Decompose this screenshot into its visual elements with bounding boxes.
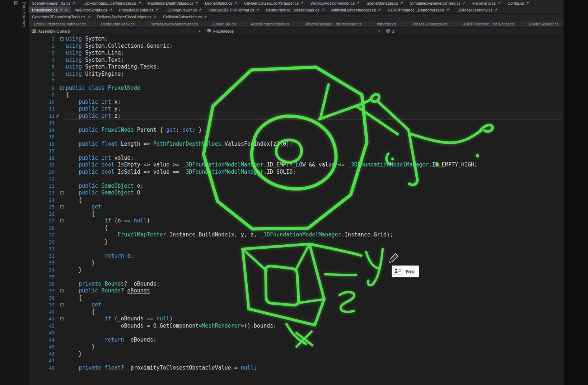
code-line-17[interactable]: 17 xyxy=(29,147,564,155)
tab-fruxelnode-cs[interactable]: FruxelNode.cs× xyxy=(29,6,71,13)
tab--3dfoundatio-delmanager-cs[interactable]: _3DFoundatio...delManager.cs xyxy=(79,0,145,6)
code-line-23[interactable]: 23 public GameObject O xyxy=(29,189,564,197)
code-line-11[interactable]: 11 public int y; xyxy=(29,105,564,113)
code-line-16[interactable]: 16 public float Length => PathfinderDept… xyxy=(29,141,564,148)
tab-envirosky-cs[interactable]: EnviroSky.cs xyxy=(212,20,237,27)
code-line-33[interactable]: 33 } xyxy=(29,259,564,267)
type-dropdown[interactable]: FruxelNode ▾ xyxy=(204,28,383,34)
code-text: public int value; xyxy=(66,155,564,162)
code-line-35[interactable]: 35 xyxy=(29,273,564,281)
code-line-15[interactable]: 15 xyxy=(29,133,564,141)
tab-onesec3d-fileformat-cs[interactable]: OneSec3D_FileFormat.cs xyxy=(205,6,263,13)
code-line-30[interactable]: 30 } xyxy=(29,239,564,246)
code-line-45[interactable]: 45 } xyxy=(29,343,564,351)
code-line-5[interactable]: 5using System.Threading.Tasks; xyxy=(29,64,564,71)
tab-deliverysurfaceclasshelper-cs[interactable]: DeliverySurfaceClassHelper.cs xyxy=(94,14,160,20)
code-line-48[interactable]: 48 private float? _proximityToClosestObs… xyxy=(29,365,564,372)
tab-scenemanager-cs[interactable]: SceneManager.cs xyxy=(363,0,407,6)
tab-label: FencesGenerator.cs xyxy=(411,22,447,26)
code-line-37[interactable]: 37 public Bounds? oBounds xyxy=(29,287,564,295)
tab-hdrppostproc-randomizer-cs[interactable]: HDRPPostproc...Randomizer.cs xyxy=(384,6,453,13)
code-line-4[interactable]: 4using System.Text; xyxy=(29,57,564,64)
tab-enviroskymgr-cs[interactable]: EnviroSkyMgr.cs xyxy=(528,20,560,27)
tab-fruxelgrid-cs[interactable]: FruxelGrid.cs xyxy=(469,0,504,6)
tab--3dmapviewer-cs[interactable]: _3DMapViewer.cs xyxy=(162,6,205,13)
fold-marker[interactable] xyxy=(60,303,66,306)
code-line-13[interactable]: 13 xyxy=(29,119,564,127)
tab-collisionsubscriber-cs[interactable]: CollisionSubscriber.cs xyxy=(160,14,211,20)
tab-droneobject-cs[interactable]: DroneObject.cs xyxy=(202,0,241,6)
fold-marker[interactable] xyxy=(60,86,66,90)
code-line-39[interactable]: 39 get xyxy=(29,301,564,309)
code-line-44[interactable]: 44 return _oBounds; xyxy=(29,337,564,344)
line-number: 12 xyxy=(29,113,55,120)
tab-citygen3dgen-torwrapper-cs[interactable]: CityGen3DGen...torWrapper.cs xyxy=(241,0,307,6)
tab-restauranthook-cs[interactable]: RestaurantHook.cs xyxy=(99,20,136,27)
code-line-40[interactable]: 40 { xyxy=(29,309,564,316)
code-line-19[interactable]: 19 public bool IsEmpty => value >= _3DFo… xyxy=(29,161,564,169)
tab-shaderpackage-stprocessor-cs[interactable]: ShaderPackage...stProcessor.cs xyxy=(303,20,363,27)
code-line-9[interactable]: 9{ xyxy=(29,91,564,99)
tab--3dmaphierarchy-cs[interactable]: _3DMapHierarchy.cs xyxy=(453,6,501,13)
tab-fruxelmaptester-cs[interactable]: FruxelMapTester.cs xyxy=(116,6,162,13)
code-line-41[interactable]: 41 if (_oBounds == null) xyxy=(29,315,564,323)
fold-marker[interactable] xyxy=(60,289,66,292)
code-line-28[interactable]: 28 { xyxy=(29,225,564,232)
you-avatar-icon xyxy=(393,267,402,276)
tab-fencesgenerator-cs[interactable]: FencesGenerator.cs xyxy=(410,20,448,27)
code-line-43[interactable]: 43 xyxy=(29,329,564,337)
code-line-32[interactable]: 32 return o; xyxy=(29,253,564,260)
tab-artificiallightsmanager-cs[interactable]: ArtificialLightsManager.cs xyxy=(328,6,385,13)
data-sources-dock-tab[interactable]: Data Sources xyxy=(22,2,26,27)
code-line-8[interactable]: 8public class FruxelNode xyxy=(29,85,564,92)
tab-scenemanager-02-cs[interactable]: SceneManager_02.cs xyxy=(29,0,79,6)
project-dropdown[interactable]: Assembly-CSharp ▾ xyxy=(29,28,204,34)
code-line-38[interactable]: 38 { xyxy=(29,295,564,302)
tab-droneorientationcontroller-cs[interactable]: DroneOrientationController.cs xyxy=(32,20,87,27)
member-dropdown[interactable]: z xyxy=(383,28,564,34)
code-text: { xyxy=(66,197,564,204)
fold-marker[interactable] xyxy=(60,37,66,41)
fold-marker[interactable] xyxy=(60,205,66,208)
tab-generator2exportmaptools-cs[interactable]: Generator2ExportMapTools.cs xyxy=(29,14,94,20)
code-line-7[interactable]: 7 xyxy=(29,78,564,85)
tab-restaurantho-plemanager-cs[interactable]: RestaurantHo...pleManager.cs xyxy=(263,6,328,13)
close-tab-icon[interactable]: × xyxy=(65,8,68,12)
tab-importer-cs[interactable]: Importer.cs xyxy=(375,20,397,27)
code-line-14[interactable]: 14 public FruxelNode Parent { get; set; … xyxy=(29,127,564,134)
code-line-6[interactable]: 6using UnityEngine; xyxy=(29,71,564,78)
tab-windowpositionfinder-cs[interactable]: WindowPositionFinder.cs xyxy=(307,0,363,6)
code-line-26[interactable]: 26 { xyxy=(29,211,564,218)
tab-assetpreprocessor-cs[interactable]: AssetPreprocessor.cs xyxy=(249,20,290,27)
code-editor[interactable]: 1using System;2using System.Collections.… xyxy=(29,35,564,385)
tab-myeditorscripts-cs[interactable]: MyEditorScripts.cs xyxy=(71,6,116,13)
code-line-18[interactable]: 18 public int value; xyxy=(29,155,564,162)
code-line-42[interactable]: 42 _oBounds = O.GetComponent<MeshRendere… xyxy=(29,323,564,330)
code-line-31[interactable]: 31 xyxy=(29,245,564,253)
code-line-25[interactable]: 25 get xyxy=(29,203,564,211)
code-line-2[interactable]: 2using System.Collections.Generic; xyxy=(29,43,564,50)
fold-marker[interactable] xyxy=(60,191,66,194)
code-line-46[interactable]: 46 } xyxy=(29,351,564,358)
code-line-27[interactable]: 27 if (o == null) xyxy=(29,217,564,225)
code-line-21[interactable]: 21 xyxy=(29,175,564,183)
fold-marker[interactable] xyxy=(60,219,66,222)
tab-pathfinderdepthvalues-cs[interactable]: PathfinderDepthValues.cs xyxy=(145,0,202,6)
tab-simulatedfisheyecamera-cs[interactable]: SimulatedFisheyeCamera.cs xyxy=(407,0,469,6)
code-line-10[interactable]: 10 public int x; xyxy=(29,99,564,106)
code-line-47[interactable]: 47 xyxy=(29,357,564,365)
code-line-24[interactable]: 24 { xyxy=(29,197,564,204)
tab-terrainlayerrandomizer-cs[interactable]: TerrainLayerRandomizer.cs xyxy=(148,20,199,27)
code-line-34[interactable]: 34 } xyxy=(29,267,564,274)
tab-config-cs[interactable]: Config.cs xyxy=(504,0,533,6)
code-line-36[interactable]: 36 private Bounds? _oBounds; xyxy=(29,281,564,288)
tab-hdrppostproc-izereditor-cs[interactable]: HDRPPostproc...izerEditor.cs xyxy=(461,20,515,27)
code-line-1[interactable]: 1using System; xyxy=(29,36,564,43)
code-line-29[interactable]: 29 FruxelMapTester.Instance.BuildNode(x,… xyxy=(29,231,564,239)
fold-marker[interactable] xyxy=(60,317,66,320)
line-number: 5 xyxy=(29,64,55,71)
code-line-12[interactable]: 12 public int z; xyxy=(29,113,564,120)
code-line-3[interactable]: 3using System.Linq; xyxy=(29,50,564,57)
code-line-22[interactable]: 22 public GameObject o; xyxy=(29,183,564,190)
code-line-20[interactable]: 20 public bool IsSolid => value == _3DFo… xyxy=(29,169,564,176)
